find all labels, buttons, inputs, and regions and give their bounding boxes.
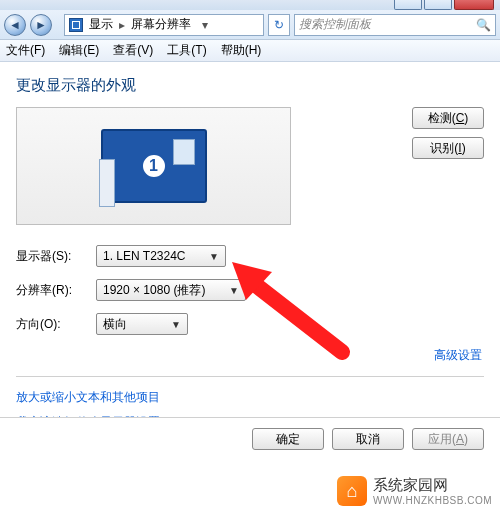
breadcrumb-dropdown[interactable]: ▾ — [197, 18, 213, 32]
resolution-value: 1920 × 1080 (推荐) — [103, 282, 205, 299]
text-scaling-link[interactable]: 放大或缩小文本和其他项目 — [16, 390, 160, 404]
monitor-number-badge: 1 — [141, 153, 167, 179]
control-panel-icon — [69, 18, 83, 32]
row-orientation: 方向(O): 横向 ▼ — [16, 313, 484, 335]
resolution-dropdown[interactable]: 1920 × 1080 (推荐) ▼ — [96, 279, 246, 301]
page-title: 更改显示器的外观 — [16, 76, 484, 95]
monitor-value: 1. LEN T2324C — [103, 249, 186, 263]
cancel-button[interactable]: 取消 — [332, 428, 404, 450]
dialog-footer: 确定 取消 应用(A) — [0, 417, 500, 460]
menu-file[interactable]: 文件(F) — [6, 42, 45, 59]
watermark-title: 系统家园网 — [373, 476, 492, 495]
label-resolution: 分辨率(R): — [16, 282, 96, 299]
menu-tools[interactable]: 工具(T) — [167, 42, 206, 59]
window-controls — [394, 0, 494, 10]
close-button[interactable] — [454, 0, 494, 10]
chevron-down-icon: ▼ — [171, 319, 181, 330]
menu-help[interactable]: 帮助(H) — [221, 42, 262, 59]
menu-bar: 文件(F) 编辑(E) 查看(V) 工具(T) 帮助(H) — [0, 40, 500, 62]
display-arrangement-box[interactable]: 1 — [16, 107, 291, 225]
orientation-value: 横向 — [103, 316, 127, 333]
row-resolution: 分辨率(R): 1920 × 1080 (推荐) ▼ — [16, 279, 484, 301]
orientation-dropdown[interactable]: 横向 ▼ — [96, 313, 188, 335]
display-arrangement-row: 1 检测(C) 识别(I) — [16, 107, 484, 225]
chevron-right-icon: ▸ — [119, 18, 125, 32]
label-orientation: 方向(O): — [16, 316, 96, 333]
menu-edit[interactable]: 编辑(E) — [59, 42, 99, 59]
monitor-dropdown[interactable]: 1. LEN T2324C ▼ — [96, 245, 226, 267]
refresh-button[interactable]: ↻ — [268, 14, 290, 36]
advanced-settings-row: 高级设置 — [16, 347, 482, 364]
apply-button[interactable]: 应用(A) — [412, 428, 484, 450]
search-icon: 🔍 — [476, 18, 491, 32]
row-monitor: 显示器(S): 1. LEN T2324C ▼ — [16, 245, 484, 267]
arrangement-buttons: 检测(C) 识别(I) — [412, 107, 484, 159]
chevron-down-icon: ▼ — [209, 251, 219, 262]
content-pane: 更改显示器的外观 1 检测(C) 识别(I) 显示器(S): 1. LEN T2… — [0, 62, 500, 453]
window-icon — [173, 139, 195, 165]
ok-button[interactable]: 确定 — [252, 428, 324, 450]
search-placeholder: 搜索控制面板 — [299, 16, 371, 33]
address-bar: ◄ ► 显示 ▸ 屏幕分辨率 ▾ ↻ 搜索控制面板 🔍 — [0, 10, 500, 40]
watermark-logo-icon: ⌂ — [337, 476, 367, 506]
watermark-url: WWW.HNZKHBSB.COM — [373, 495, 492, 506]
identify-button[interactable]: 识别(I) — [412, 137, 484, 159]
search-input[interactable]: 搜索控制面板 🔍 — [294, 14, 496, 36]
back-button[interactable]: ◄ — [4, 14, 26, 36]
monitor-thumbnail[interactable]: 1 — [101, 129, 207, 203]
forward-button[interactable]: ► — [30, 14, 52, 36]
crumb-display[interactable]: 显示 — [89, 16, 113, 33]
minimize-button[interactable] — [394, 0, 422, 10]
chevron-down-icon: ▼ — [229, 285, 239, 296]
watermark: ⌂ 系统家园网 WWW.HNZKHBSB.COM — [333, 474, 496, 508]
maximize-button[interactable] — [424, 0, 452, 10]
crumb-resolution[interactable]: 屏幕分辨率 — [131, 16, 191, 33]
taskbar-icon — [99, 159, 115, 207]
menu-view[interactable]: 查看(V) — [113, 42, 153, 59]
window-titlebar — [0, 0, 500, 10]
advanced-settings-link[interactable]: 高级设置 — [434, 348, 482, 362]
label-monitor: 显示器(S): — [16, 248, 96, 265]
detect-button[interactable]: 检测(C) — [412, 107, 484, 129]
breadcrumb[interactable]: 显示 ▸ 屏幕分辨率 ▾ — [64, 14, 264, 36]
settings-form: 显示器(S): 1. LEN T2324C ▼ 分辨率(R): 1920 × 1… — [16, 245, 484, 335]
